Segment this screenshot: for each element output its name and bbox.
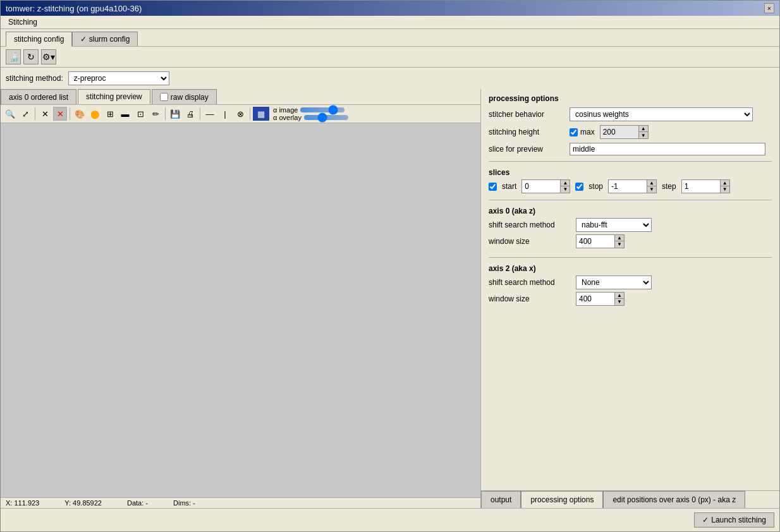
stop-button[interactable]: ⊗: [233, 107, 247, 121]
slice-preview-label: slice for preview: [489, 145, 564, 154]
refresh-button[interactable]: ↻: [23, 49, 39, 64]
stitching-height-up[interactable]: ▲: [639, 126, 648, 132]
menu-bar: Stitching: [1, 16, 779, 29]
stitcher-behavior-select[interactable]: cosinus weights linear weights none: [570, 107, 753, 121]
zoom-button[interactable]: 🔍: [3, 107, 17, 121]
y-coord: Y: 49.85922: [64, 499, 102, 507]
tab-raw-display[interactable]: raw display: [152, 89, 217, 104]
alpha-image-label: α image: [273, 106, 298, 114]
title-text: tomwer: z-stitching (on gpu4a100-36): [6, 4, 142, 13]
stitching-height-checkbox[interactable]: [570, 128, 578, 136]
stitching-menu[interactable]: Stitching: [6, 16, 40, 28]
slices-start-up[interactable]: ▲: [561, 180, 570, 186]
fit-button[interactable]: ⊡: [133, 107, 147, 121]
slices-step-down[interactable]: ▼: [721, 186, 729, 193]
slices-stop-up[interactable]: ▲: [647, 180, 656, 186]
slices-stop-label: stop: [588, 182, 603, 191]
slices-start-down[interactable]: ▼: [561, 186, 570, 193]
axis0-window-up[interactable]: ▲: [615, 235, 624, 241]
bottom-tab-edit-positions[interactable]: edit positions over axis 0 (px) - aka z: [603, 491, 745, 508]
slices-row: start ▲ ▼ stop: [489, 179, 772, 193]
print-button[interactable]: 🖨: [183, 107, 197, 121]
slices-stop-down[interactable]: ▼: [647, 186, 656, 193]
axis0-shift-row: shift search method nabu-fft None phase-…: [489, 218, 772, 232]
slices-start-checkbox[interactable]: [489, 183, 497, 191]
stitcher-behavior-row: stitcher behavior cosinus weights linear…: [481, 106, 779, 123]
toolbar-sep-3: [165, 107, 166, 120]
axis2-shift-label: shift search method: [489, 278, 571, 287]
axis0-shift-select[interactable]: nabu-fft None phase-cross-correlation: [576, 218, 652, 232]
slices-stop-spinbox-btns: ▲ ▼: [647, 180, 656, 193]
axis0-window-down[interactable]: ▼: [615, 241, 624, 248]
inner-tabs: axis 0 ordered list stitching preview ra…: [1, 89, 480, 105]
alpha-image-slider[interactable]: [300, 107, 344, 112]
save-button[interactable]: 💾: [168, 107, 182, 121]
processing-options-title: processing options: [481, 89, 779, 106]
data-val: Data: -: [127, 499, 148, 507]
tab-stitching-config[interactable]: stitching config: [6, 32, 72, 47]
toolbar-sep-5: [250, 107, 250, 120]
slices-step-spinbox[interactable]: ▲ ▼: [681, 179, 730, 193]
slices-step-up[interactable]: ▲: [721, 180, 729, 186]
main-content: axis 0 ordered list stitching preview ra…: [1, 89, 779, 508]
slice-preview-input[interactable]: [570, 143, 765, 155]
stitching-height-down[interactable]: ▼: [639, 132, 648, 138]
stitching-height-spinbox[interactable]: ▲ ▼: [600, 125, 649, 139]
right-content: processing options stitcher behavior cos…: [481, 89, 779, 490]
toolbar-sep-2: [70, 107, 70, 120]
axis2-window-spinbox[interactable]: ▲ ▼: [576, 292, 625, 306]
tab-slurm-config[interactable]: ✓ slurm config: [72, 32, 138, 46]
axis0-window-label: window size: [489, 237, 571, 246]
slices-stop-input[interactable]: [609, 181, 647, 192]
refresh-icon: ↻: [27, 52, 35, 62]
image-toolbar: 🔍 ⤢ ✕ ✕ 🎨 ⬤ ⊞ ▬ ⊡ ✏ 💾 🖨 — | ⊗ ▦: [1, 105, 480, 123]
axis2-window-input[interactable]: [576, 293, 614, 305]
axis-button[interactable]: ⊞: [103, 107, 117, 121]
pan-button[interactable]: ⤢: [18, 107, 32, 121]
axis2-window-down[interactable]: ▼: [615, 299, 624, 305]
bottle-button[interactable]: 🍶: [6, 49, 21, 64]
bottom-tab-output[interactable]: output: [481, 491, 521, 508]
slices-stop-spinbox[interactable]: ▲ ▼: [608, 179, 657, 193]
main-window: tomwer: z-stitching (on gpu4a100-36) × S…: [0, 0, 780, 532]
palette-button[interactable]: 🎨: [73, 107, 87, 121]
tab-axis-ordered-list[interactable]: axis 0 ordered list: [1, 89, 76, 104]
canvas-area: [1, 123, 480, 497]
launch-stitching-button[interactable]: ✓ Launch stitching: [694, 512, 774, 528]
cross-button[interactable]: ✕: [53, 107, 67, 121]
close-button[interactable]: ×: [764, 3, 774, 13]
bottom-tabs: output processing options edit positions…: [481, 490, 779, 508]
minus-button[interactable]: —: [203, 107, 217, 121]
axis2-shift-select[interactable]: None nabu-fft phase-cross-correlation: [576, 275, 652, 289]
gear-icon: ⚙▾: [42, 52, 55, 62]
divider-2: [489, 200, 772, 200]
clear-button[interactable]: ✕: [38, 107, 52, 121]
hist-button[interactable]: ▬: [118, 107, 132, 121]
stitching-method-select[interactable]: z-preproc z-postproc: [68, 71, 169, 85]
axis0-shift-label: shift search method: [489, 221, 571, 229]
stitching-height-spinbox-btns: ▲ ▼: [638, 126, 648, 138]
stitcher-behavior-label: stitcher behavior: [489, 110, 564, 119]
bottom-tab-processing-options[interactable]: processing options: [521, 491, 603, 508]
stitching-height-input[interactable]: [600, 126, 638, 138]
divider-3: [489, 257, 772, 258]
edit-button[interactable]: ✏: [149, 107, 162, 121]
gear-button[interactable]: ⚙▾: [41, 49, 56, 64]
colormap-button[interactable]: ▦: [253, 107, 269, 121]
raw-display-checkbox[interactable]: [160, 93, 168, 101]
tab-stitching-preview[interactable]: stitching preview: [78, 89, 150, 104]
slices-stop-checkbox[interactable]: [575, 183, 583, 191]
slices-start-label: start: [502, 182, 516, 191]
axis0-window-input[interactable]: [576, 236, 614, 247]
alpha-overlay-slider[interactable]: [304, 115, 348, 120]
axis2-window-btns: ▲ ▼: [614, 293, 624, 305]
axis2-window-up[interactable]: ▲: [615, 293, 624, 299]
axis2-window-label: window size: [489, 294, 571, 303]
axis0-window-spinbox[interactable]: ▲ ▼: [576, 234, 625, 248]
title-bar: tomwer: z-stitching (on gpu4a100-36) ×: [1, 1, 779, 16]
axis2-window-row: window size ▲ ▼: [489, 292, 772, 306]
slices-start-spinbox[interactable]: ▲ ▼: [521, 179, 570, 193]
circle-button[interactable]: ⬤: [88, 107, 102, 121]
slices-step-input[interactable]: [682, 181, 720, 192]
slices-start-input[interactable]: [522, 181, 560, 192]
